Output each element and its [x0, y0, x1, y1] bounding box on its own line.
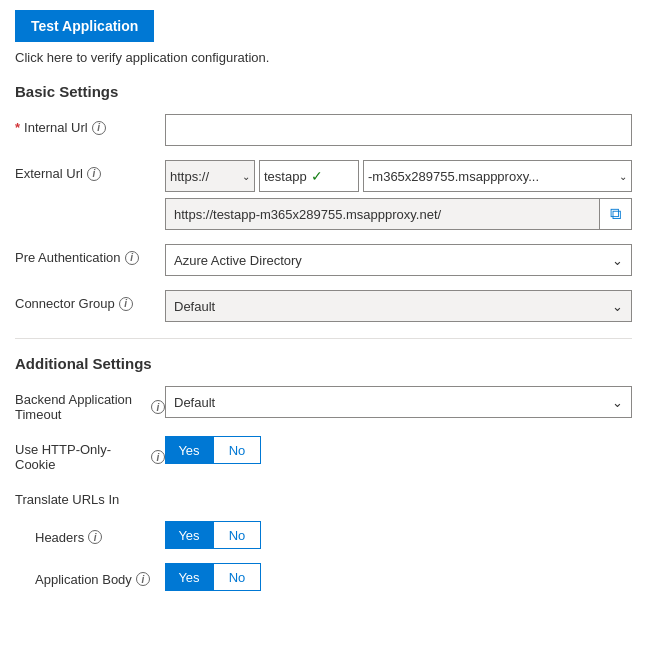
connector-group-dropdown[interactable]: Default ⌄ [165, 290, 632, 322]
internal-url-info-icon[interactable]: i [92, 121, 106, 135]
http-cookie-no-button[interactable]: No [213, 436, 261, 464]
basic-settings-title: Basic Settings [15, 83, 632, 100]
backend-timeout-chevron: ⌄ [612, 395, 623, 410]
internal-url-input[interactable] [165, 114, 632, 146]
url-app-value: testapp [264, 169, 307, 184]
external-url-label: External Url i [15, 160, 165, 181]
translate-urls-row: Translate URLs In [15, 486, 632, 507]
external-url-display: https://testapp-m365x289755.msappproxy.n… [165, 198, 600, 230]
connector-group-controls: Default ⌄ [165, 290, 632, 322]
url-domain-value: -m365x289755.msappproxy... [368, 169, 539, 184]
connector-group-info-icon[interactable]: i [119, 297, 133, 311]
headers-no-button[interactable]: No [213, 521, 261, 549]
pre-auth-label-text: Pre Authentication [15, 250, 121, 265]
url-scheme-chevron: ⌄ [242, 171, 250, 182]
pre-auth-chevron: ⌄ [612, 253, 623, 268]
external-url-controls: https:// ⌄ testapp ✓ -m365x289755.msappp… [165, 160, 632, 230]
section-divider [15, 338, 632, 339]
verify-text: Click here to verify application configu… [15, 50, 632, 65]
url-app-checkmark: ✓ [311, 168, 323, 184]
app-body-yes-button[interactable]: Yes [165, 563, 213, 591]
url-domain-chevron: ⌄ [619, 171, 627, 182]
required-indicator: * [15, 120, 20, 135]
connector-group-label: Connector Group i [15, 290, 165, 311]
translate-urls-label: Translate URLs In [15, 486, 165, 507]
http-cookie-row: Use HTTP-Only-Cookie i Yes No [15, 436, 632, 472]
app-body-label: Application Body i [15, 568, 165, 587]
headers-controls: Yes No [165, 521, 632, 549]
pre-auth-value: Azure Active Directory [174, 253, 302, 268]
basic-settings-section: Basic Settings * Internal Url i External… [15, 83, 632, 322]
external-url-info-icon[interactable]: i [87, 167, 101, 181]
copy-url-button[interactable]: ⧉ [600, 198, 632, 230]
pre-auth-dropdown[interactable]: Azure Active Directory ⌄ [165, 244, 632, 276]
http-cookie-yes-button[interactable]: Yes [165, 436, 213, 464]
http-cookie-info-icon[interactable]: i [151, 450, 165, 464]
backend-timeout-info-icon[interactable]: i [151, 400, 165, 414]
internal-url-label: * Internal Url i [15, 114, 165, 135]
app-body-label-text: Application Body [35, 572, 132, 587]
translate-urls-label-text: Translate URLs In [15, 492, 119, 507]
http-cookie-label-text: Use HTTP-Only-Cookie [15, 442, 147, 472]
internal-url-row: * Internal Url i [15, 114, 632, 146]
url-domain-select[interactable]: -m365x289755.msappproxy... ⌄ [363, 160, 632, 192]
app-body-toggle: Yes No [165, 563, 632, 591]
connector-group-chevron: ⌄ [612, 299, 623, 314]
pre-auth-controls: Azure Active Directory ⌄ [165, 244, 632, 276]
http-cookie-controls: Yes No [165, 436, 632, 464]
url-parts-row: https:// ⌄ testapp ✓ -m365x289755.msappp… [165, 160, 632, 192]
external-url-row: External Url i https:// ⌄ testapp ✓ -m36… [15, 160, 632, 230]
app-body-no-button[interactable]: No [213, 563, 261, 591]
backend-timeout-label-text: Backend Application Timeout [15, 392, 147, 422]
headers-label: Headers i [15, 526, 165, 545]
headers-info-icon[interactable]: i [88, 530, 102, 544]
connector-group-label-text: Connector Group [15, 296, 115, 311]
app-body-controls: Yes No [165, 563, 632, 591]
connector-group-value: Default [174, 299, 215, 314]
url-scheme-select[interactable]: https:// ⌄ [165, 160, 255, 192]
external-url-display-row: https://testapp-m365x289755.msappproxy.n… [165, 198, 632, 230]
headers-row: Headers i Yes No [15, 521, 632, 549]
headers-toggle: Yes No [165, 521, 632, 549]
additional-settings-title: Additional Settings [15, 355, 632, 372]
backend-timeout-value: Default [174, 395, 215, 410]
external-url-label-text: External Url [15, 166, 83, 181]
test-application-button[interactable]: Test Application [15, 10, 154, 42]
url-scheme-value: https:// [170, 169, 209, 184]
app-body-row: Application Body i Yes No [15, 563, 632, 591]
backend-timeout-dropdown[interactable]: Default ⌄ [165, 386, 632, 418]
additional-settings-section: Additional Settings Backend Application … [15, 355, 632, 591]
internal-url-label-text: Internal Url [24, 120, 88, 135]
headers-yes-button[interactable]: Yes [165, 521, 213, 549]
connector-group-row: Connector Group i Default ⌄ [15, 290, 632, 322]
url-app-select[interactable]: testapp ✓ [259, 160, 359, 192]
backend-timeout-row: Backend Application Timeout i Default ⌄ [15, 386, 632, 422]
internal-url-controls [165, 114, 632, 146]
pre-auth-label: Pre Authentication i [15, 244, 165, 265]
http-cookie-label: Use HTTP-Only-Cookie i [15, 436, 165, 472]
pre-auth-info-icon[interactable]: i [125, 251, 139, 265]
http-cookie-toggle: Yes No [165, 436, 632, 464]
backend-timeout-controls: Default ⌄ [165, 386, 632, 418]
pre-auth-row: Pre Authentication i Azure Active Direct… [15, 244, 632, 276]
copy-icon: ⧉ [610, 205, 621, 223]
backend-timeout-label: Backend Application Timeout i [15, 386, 165, 422]
app-body-info-icon[interactable]: i [136, 572, 150, 586]
headers-label-text: Headers [35, 530, 84, 545]
